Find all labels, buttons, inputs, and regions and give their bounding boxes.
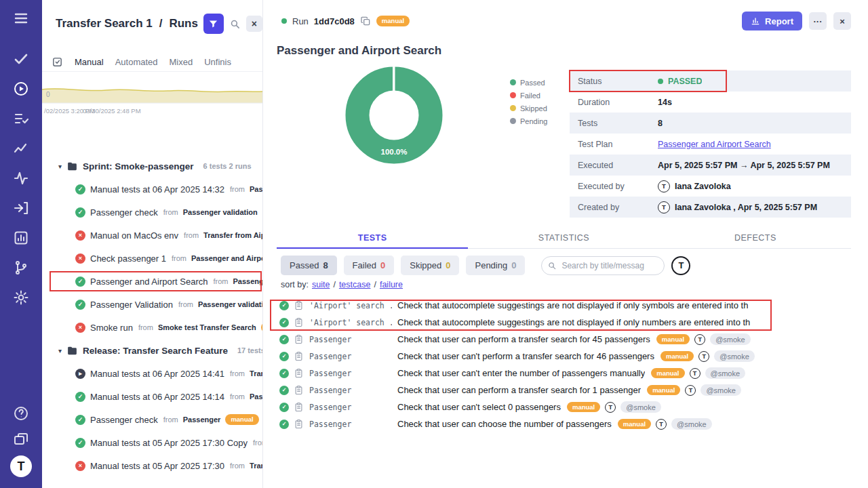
tests-check-icon[interactable]	[13, 51, 29, 67]
tab-unfinished[interactable]: Unfinis	[204, 57, 231, 67]
select-all-icon[interactable]	[52, 56, 63, 68]
runs-play-icon[interactable]	[13, 81, 29, 97]
test-row[interactable]: ✓ Passenger Check that user can't enter …	[263, 365, 868, 382]
test-row[interactable]: ✓ Passenger Check that user can perform …	[263, 382, 868, 399]
search-icon[interactable]	[229, 18, 241, 30]
close-button[interactable]: ×	[833, 12, 851, 30]
chart-x-label-mid: 03/30/2025 2:48 PM	[83, 107, 141, 115]
report-button[interactable]: Report	[742, 12, 802, 30]
tree-run-item-selected[interactable]: ✓ Passenger and Airport Search from Pass…	[42, 270, 262, 293]
test-plans-icon[interactable]	[13, 110, 29, 127]
passed-icon: ✓	[75, 415, 85, 425]
legend-item: Passed	[510, 76, 547, 89]
analytics-line-icon[interactable]	[13, 140, 29, 157]
breadcrumb-project[interactable]: Transfer Search 1	[56, 17, 153, 30]
run-info-table: Status PASSED Duration 14s Tests 8 Test …	[570, 70, 851, 218]
failed-icon: ×	[75, 461, 85, 471]
help-icon[interactable]	[13, 405, 29, 422]
tree-run-item[interactable]: ✓ Manual tests at 05 Apr 2025 17:30 Copy…	[42, 431, 262, 454]
tree-folder[interactable]: ▾ Sprint: Smoke-passenger 6 tests 2 runs	[42, 155, 262, 178]
passed-icon: ✓	[279, 352, 289, 361]
testomatio-filter-button[interactable]: T	[671, 256, 690, 275]
sort-by-testcase[interactable]: testcase	[339, 280, 371, 289]
sort-by-suite[interactable]: suite	[312, 280, 330, 289]
passed-icon: ✓	[75, 392, 85, 402]
close-search-button[interactable]: ×	[246, 16, 262, 32]
settings-gear-icon[interactable]	[13, 289, 29, 306]
chevron-down-icon[interactable]: ▾	[58, 347, 62, 354]
test-row[interactable]: ✓ 'Airport' search ... Check that autoco…	[263, 314, 868, 331]
test-row[interactable]: ✓ Passenger Check that user can choose t…	[263, 415, 868, 432]
chevron-down-icon[interactable]: ▾	[58, 163, 62, 170]
smoke-tag: @smoke	[671, 418, 712, 430]
passed-icon: ✓	[75, 277, 85, 287]
tree-run-item[interactable]: × Manual on MacOs env from Transfer from…	[42, 224, 262, 247]
clipboard-icon	[294, 334, 304, 344]
test-plan-link[interactable]: Passenger and Airport Search	[658, 140, 771, 149]
tree-run-item[interactable]: ✓ Passenger check from Passenger manual …	[42, 408, 262, 431]
legend-item: Skipped	[510, 102, 547, 115]
passed-icon: ✓	[279, 335, 289, 344]
run-actions: Report ··· ×	[742, 12, 851, 30]
filter-skipped[interactable]: Skipped0	[401, 256, 459, 275]
sort-by-failure[interactable]: failure	[380, 280, 403, 289]
failed-icon: ×	[75, 323, 85, 333]
tree-run-item[interactable]: ✓ Manual tests at 06 Apr 2025 14:32 from…	[42, 178, 262, 201]
tree-run-item[interactable]: ▸ Manual tests at 06 Apr 2025 14:41 from…	[42, 362, 262, 385]
tree-run-item[interactable]: ✓ Manual tests at 06 Apr 2025 14:14 from…	[42, 385, 262, 408]
tree-run-item[interactable]: ✓ Passenger Validation from Passenger va…	[42, 293, 262, 316]
manual-badge: manual	[660, 351, 694, 362]
run-label: Run	[292, 16, 309, 26]
activity-pulse-icon[interactable]	[13, 170, 29, 186]
smoke-tag: @smoke	[710, 333, 751, 345]
tab-defects[interactable]: DEFECTS	[660, 228, 851, 248]
avatar: T	[658, 201, 670, 214]
reports-icon[interactable]	[13, 230, 29, 246]
failed-icon: ×	[75, 230, 85, 241]
manual-badge: manual	[225, 414, 258, 425]
tab-statistics[interactable]: STATISTICS	[468, 228, 659, 248]
status-dot	[658, 79, 663, 84]
tree-run-item[interactable]: × Smoke run from Smoke test Transfer Sea…	[42, 316, 262, 339]
projects-folders-icon[interactable]	[13, 431, 29, 447]
branches-icon[interactable]	[13, 260, 29, 276]
breadcrumb-separator: /	[159, 17, 163, 30]
funnel-icon	[208, 19, 218, 29]
info-row-created-by: Created by TIana Zavoloka , Apr 5, 2025 …	[570, 197, 851, 218]
more-button[interactable]: ···	[809, 12, 827, 30]
tab-manual[interactable]: Manual	[75, 57, 104, 67]
tab-mixed[interactable]: Mixed	[170, 57, 193, 67]
run-detail: Run 1dd7c0d8 manual Report ··· × Passeng…	[263, 0, 868, 488]
manual-badge: manual	[261, 322, 262, 333]
menu-icon[interactable]	[13, 10, 29, 26]
breadcrumb-page: Runs	[169, 17, 198, 30]
tests-search-input[interactable]	[541, 256, 665, 275]
filter-passed[interactable]: Passed8	[281, 256, 337, 275]
tab-automated[interactable]: Automated	[115, 57, 158, 67]
failed-icon: ×	[75, 253, 85, 264]
tree-folder[interactable]: ▾ Release: Transfer Search Feature 17 te…	[42, 339, 262, 362]
tab-tests[interactable]: TESTS	[277, 228, 468, 249]
test-row[interactable]: ✓ 'Airport' search ... Check that autoco…	[263, 297, 868, 314]
tree-run-item[interactable]: × Manual tests at 05 Apr 2025 17:30 from…	[42, 454, 262, 477]
tree-run-item[interactable]: × Check passenger 1 from Passenger and A…	[42, 247, 262, 270]
smoke-tag: @smoke	[705, 367, 746, 379]
testomatio-badge-icon: T	[698, 351, 709, 362]
passed-icon: ✓	[279, 403, 289, 412]
avatar: T	[658, 180, 670, 192]
runs-filter-tabs: Manual Automated Mixed Unfinis	[42, 53, 262, 72]
chart-legend: Passed Failed Skipped Pending	[510, 76, 547, 127]
chart-x-labels: /02/2025 3:20 PM 03/30/2025 2:48 PM	[42, 107, 262, 117]
passed-icon: ✓	[279, 386, 289, 395]
copy-icon[interactable]	[360, 16, 371, 26]
import-icon[interactable]	[13, 200, 29, 216]
panel-header: Transfer Search 1 / Runs ×	[56, 14, 257, 34]
filter-pending[interactable]: Pending0	[466, 256, 525, 275]
test-row[interactable]: ✓ Passenger Check that user can't select…	[263, 399, 868, 415]
test-row[interactable]: ✓ Passenger Check that user can perform …	[263, 331, 868, 348]
app-logo[interactable]: T	[10, 455, 32, 477]
filter-failed[interactable]: Failed0	[344, 256, 395, 275]
filter-button[interactable]	[203, 14, 224, 34]
tree-run-item[interactable]: ✓ Passenger check from Passenger validat…	[42, 201, 262, 224]
test-row[interactable]: ✓ Passenger Check that user can't perfor…	[263, 348, 868, 365]
